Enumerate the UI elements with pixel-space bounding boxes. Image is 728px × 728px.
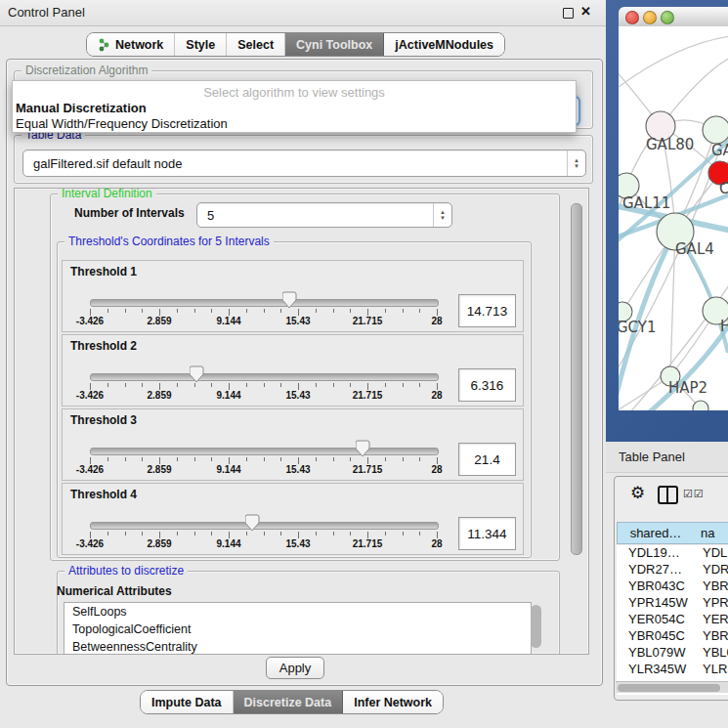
table-row[interactable]: YDR27…YDR2 xyxy=(617,562,728,578)
numerical-attributes-list[interactable]: SelfLoopsTopologicalCoefficientBetweenne… xyxy=(64,602,532,655)
threshold-value-field[interactable]: 11.344 xyxy=(458,517,516,550)
algorithm-option-manual[interactable]: Manual Discretization xyxy=(16,101,573,115)
zoom-traffic-light-icon[interactable] xyxy=(661,11,674,24)
network-graph: GAL80GACGAL11GAL4GCY1HHAP2 xyxy=(619,26,728,410)
table-row[interactable]: YBL079WYBL0 xyxy=(617,645,728,662)
algorithm-option-equal-width[interactable]: Equal Width/Frequency Discretization xyxy=(16,116,573,131)
tab-discretize-data[interactable]: Discretize Data xyxy=(234,691,344,713)
table-data-combobox[interactable]: galFiltered.sif default node ▲▼ xyxy=(22,150,586,177)
attribute-list-item[interactable]: TopologicalCoefficient xyxy=(64,621,531,638)
tick-mark xyxy=(367,457,368,464)
tick-label: 2.859 xyxy=(147,538,171,549)
tick-mark xyxy=(142,457,143,461)
threshold-row: Threshold 3-3.4262.8599.14415.4321.71528… xyxy=(62,408,524,481)
slider-track[interactable] xyxy=(90,522,439,530)
table-row[interactable]: YPR145WYPR1 xyxy=(617,595,728,612)
tab-network[interactable]: Network xyxy=(87,33,175,56)
tick-mark xyxy=(298,383,299,390)
close-icon[interactable]: ✕ xyxy=(580,4,591,19)
network-window-titlebar[interactable] xyxy=(619,7,728,27)
tab-select[interactable]: Select xyxy=(227,33,285,56)
tick-mark xyxy=(385,309,386,313)
threshold-value-field[interactable]: 14.713 xyxy=(458,294,516,327)
tick-mark xyxy=(177,383,178,387)
stepper-arrows-icon[interactable]: ▲▼ xyxy=(433,203,451,227)
tick-mark xyxy=(264,383,265,387)
tick-mark xyxy=(211,532,212,535)
slider-thumb[interactable] xyxy=(245,514,261,535)
slider-track[interactable] xyxy=(90,448,439,455)
cell-shared-name: YPR145W xyxy=(628,595,688,610)
threshold-value-field[interactable]: 21.4 xyxy=(458,443,516,476)
network-node-ga[interactable] xyxy=(703,116,728,144)
slider-thumb[interactable] xyxy=(190,365,205,387)
tick-label: 21.715 xyxy=(353,464,383,475)
algorithm-prompt: Select algorithm to view settings xyxy=(13,85,576,100)
tick-mark xyxy=(298,457,299,464)
tick-mark xyxy=(403,383,404,387)
threshold-value-field[interactable]: 6.316 xyxy=(458,368,516,402)
table-column-header-name[interactable]: na xyxy=(693,522,728,544)
cell-shared-name: YBL079W xyxy=(628,645,686,660)
tab-label: Style xyxy=(186,38,215,52)
tab-cyni-toolbox[interactable]: Cyni Toolbox xyxy=(285,33,384,56)
table-row[interactable]: YBR045CYBR0 xyxy=(617,628,728,645)
tick-mark xyxy=(211,383,212,387)
tick-label: 21.715 xyxy=(353,538,383,549)
tab-jactivemnodules[interactable]: jActiveMNodules xyxy=(384,33,504,56)
tick-mark xyxy=(437,383,438,390)
close-traffic-light-icon[interactable] xyxy=(625,11,639,24)
tick-mark xyxy=(125,309,126,313)
float-window-icon[interactable] xyxy=(563,8,574,19)
attributes-list-scrollbar[interactable] xyxy=(531,605,541,648)
stepper-arrows-icon[interactable]: ▲▼ xyxy=(567,150,585,176)
node-label: GAL80 xyxy=(646,136,694,153)
minimize-traffic-light-icon[interactable] xyxy=(643,11,657,24)
table-hscroll-thumb[interactable] xyxy=(618,684,720,692)
cell-name: YBR0 xyxy=(703,578,728,593)
tick-mark xyxy=(367,309,368,316)
tick-mark xyxy=(229,309,230,316)
tab-style[interactable]: Style xyxy=(175,33,227,56)
tick-mark xyxy=(316,309,317,313)
tick-mark xyxy=(246,309,247,313)
tick-mark xyxy=(229,532,230,538)
node-label: GA xyxy=(711,142,728,159)
table-column-header-shared-name[interactable]: shared… xyxy=(617,522,695,544)
table-row[interactable]: YDL19…YDL1 xyxy=(617,545,728,562)
slider-thumb[interactable] xyxy=(356,440,371,461)
tick-mark xyxy=(194,383,195,387)
slider-track[interactable] xyxy=(90,299,439,307)
attribute-list-item[interactable]: SelfLoops xyxy=(64,603,531,621)
threshold-label: Threshold 3 xyxy=(70,413,137,427)
tick-label: 15.43 xyxy=(285,464,310,475)
tick-mark xyxy=(367,383,368,390)
gear-icon[interactable]: ⚙ xyxy=(630,483,645,502)
tick-mark xyxy=(419,309,420,313)
settings-scroll-panel: Interval Definition Number of Intervals … xyxy=(14,188,589,655)
interval-definition-label: Interval Definition xyxy=(58,188,156,200)
slider-thumb[interactable] xyxy=(282,291,298,313)
tick-mark xyxy=(437,457,438,464)
number-of-intervals-combobox[interactable]: 5 ▲▼ xyxy=(196,202,452,228)
table-row[interactable]: YLR345WYLR3 xyxy=(617,662,728,678)
table-row[interactable]: YER054CYER0 xyxy=(617,612,728,628)
tick-mark xyxy=(403,532,404,535)
column-layout-icon[interactable] xyxy=(658,486,678,504)
tick-label: 21.715 xyxy=(353,390,383,401)
select-columns-checkboxes-icon[interactable]: ☑☑ xyxy=(683,488,705,500)
table-horizontal-scrollbar[interactable] xyxy=(616,681,728,693)
table-row[interactable]: YBR043CYBR0 xyxy=(617,578,728,595)
tick-mark xyxy=(142,309,143,313)
slider-track[interactable] xyxy=(90,373,439,381)
tab-impute-data[interactable]: Impute Data xyxy=(141,691,234,713)
apply-button[interactable]: Apply xyxy=(266,657,324,679)
attribute-list-item[interactable]: BetweennessCentrality xyxy=(64,638,531,655)
tick-mark xyxy=(298,532,299,538)
network-canvas[interactable]: GAL80GACGAL11GAL4GCY1HHAP2 xyxy=(619,26,728,410)
cell-shared-name: YBR045C xyxy=(628,628,685,643)
tick-label: 28 xyxy=(431,390,442,401)
settings-panel-scrollbar[interactable] xyxy=(571,203,582,555)
tab-infer-network[interactable]: Infer Network xyxy=(343,691,443,713)
tick-mark xyxy=(211,309,212,313)
